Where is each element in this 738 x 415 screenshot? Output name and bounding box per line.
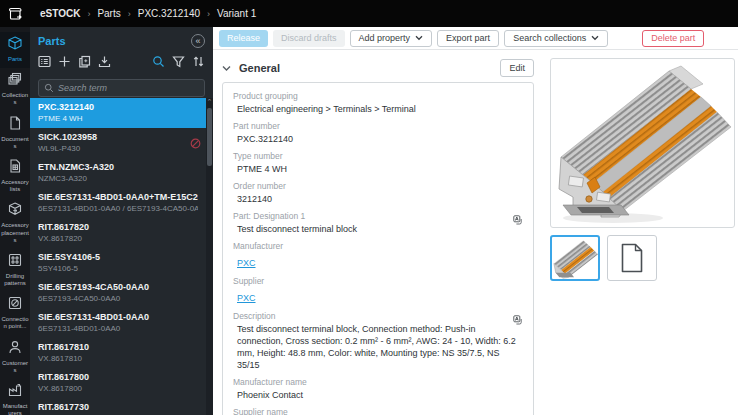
thumbnail-document[interactable] bbox=[607, 235, 657, 281]
supplier-link[interactable]: PXC bbox=[233, 292, 256, 304]
field-part-number: Part number PXC.3212140 bbox=[233, 121, 523, 145]
sidebar-item-accessory-placements[interactable]: Accessory placements bbox=[0, 198, 30, 249]
accessory-placement-icon bbox=[8, 202, 22, 220]
add-part-icon[interactable] bbox=[58, 54, 71, 72]
part-primary: RIT.8617800 bbox=[38, 371, 198, 383]
list-item[interactable]: SIE.6ES7131-4BD01-0AA0+TM-E15C26-A1 6ES7… bbox=[30, 188, 206, 218]
collapse-general-icon[interactable] bbox=[222, 65, 231, 72]
scrollbar-thumb[interactable] bbox=[207, 108, 212, 166]
part-primary: SIE.5SY4106-5 bbox=[38, 251, 198, 263]
sidebar-item-parts[interactable]: Parts bbox=[0, 32, 30, 68]
media-column bbox=[550, 58, 736, 281]
document-icon bbox=[8, 116, 22, 134]
breadcrumb-separator: › bbox=[207, 9, 210, 19]
field-type-number: Type number PTME 4 WH bbox=[233, 151, 523, 175]
add-property-button[interactable]: Add property bbox=[350, 30, 433, 47]
release-button[interactable]: Release bbox=[219, 30, 268, 47]
delete-part-button[interactable]: Delete part bbox=[642, 30, 704, 47]
sidebar-item-label: Drilling patterns bbox=[1, 273, 29, 287]
search-input-icon bbox=[44, 83, 54, 93]
list-item[interactable]: SIE.6ES7131-4BD01-0AA0 6ES7131-4BD01-0AA… bbox=[30, 308, 206, 338]
scroll-up-icon[interactable]: ⌃ bbox=[206, 98, 213, 106]
field-value: PTME 4 WH bbox=[233, 163, 523, 175]
field-label: Type number bbox=[233, 151, 523, 162]
list-item[interactable]: PXC.3212140 PTME 4 WH bbox=[30, 98, 206, 128]
discard-drafts-button[interactable]: Discard drafts bbox=[273, 30, 345, 47]
part-primary: RIT.8617810 bbox=[38, 341, 198, 353]
nav-rail: Parts Collections Documents Accessory li… bbox=[0, 27, 30, 415]
translate-icon[interactable] bbox=[513, 311, 523, 329]
field-designation: Part: Designation 1 Test disconnect term… bbox=[233, 211, 523, 235]
part-secondary: VX.8617810 bbox=[38, 353, 198, 364]
list-item[interactable]: SIE.5SY4106-5 5SY4106-5 bbox=[30, 248, 206, 278]
general-section-title[interactable]: General bbox=[239, 62, 500, 74]
part-secondary: PTME 4 WH bbox=[38, 113, 198, 124]
general-card: Product grouping Electrical engineering … bbox=[222, 82, 534, 415]
part-primary: PXC.3212140 bbox=[38, 101, 198, 113]
field-value: PXC.3212140 bbox=[233, 133, 523, 145]
field-label: Order number bbox=[233, 181, 523, 192]
sidebar-item-documents[interactable]: Documents bbox=[0, 112, 30, 155]
import-download-icon[interactable] bbox=[98, 54, 111, 72]
parts-panel-title: Parts bbox=[38, 35, 66, 47]
search-icon[interactable] bbox=[152, 54, 165, 72]
list-scrollbar[interactable]: ⌃ bbox=[206, 98, 213, 415]
export-part-button[interactable]: Export part bbox=[437, 30, 499, 47]
sidebar-item-connection-points[interactable]: Connection point... bbox=[0, 292, 30, 335]
drilling-patterns-icon bbox=[8, 253, 22, 271]
field-label: Manufacturer bbox=[233, 241, 523, 252]
collections-icon bbox=[8, 72, 22, 90]
part-secondary: 6ES7131-4BD01-0AA0 bbox=[38, 323, 198, 334]
translate-icon[interactable] bbox=[513, 211, 523, 229]
sidebar-item-accessory-lists[interactable]: Accessory lists bbox=[0, 155, 30, 198]
search-collections-label: Search collections bbox=[513, 33, 586, 43]
thumbnail-product-selected[interactable] bbox=[550, 235, 600, 281]
list-item[interactable]: RIT.8617810 VX.8617810 bbox=[30, 338, 206, 368]
sidebar-item-label: Accessory placements bbox=[1, 222, 29, 244]
product-image[interactable] bbox=[550, 58, 735, 228]
list-settings-icon[interactable] bbox=[38, 54, 51, 72]
search-collections-button[interactable]: Search collections bbox=[504, 30, 608, 47]
sidebar-item-label: Documents bbox=[1, 136, 29, 150]
field-label: Part: Designation 1 bbox=[233, 211, 523, 222]
list-item[interactable]: ETN.NZMC3-A320 NZMC3-A320 bbox=[30, 158, 206, 188]
copy-part-icon[interactable] bbox=[78, 54, 91, 72]
field-value: Test disconnect terminal block, Connecti… bbox=[233, 323, 523, 371]
part-secondary: WL9L-P430 bbox=[38, 143, 198, 154]
sidebar-item-manufacturers[interactable]: Manufacturers bbox=[0, 379, 30, 415]
sort-icon[interactable] bbox=[192, 54, 205, 72]
list-item[interactable]: SIE.6ES7193-4CA50-0AA0 6ES7193-4CA50-0AA… bbox=[30, 278, 206, 308]
field-manufacturer-name: Manufacturer name Phoenix Contact bbox=[233, 377, 523, 401]
field-description: Description Test disconnect terminal blo… bbox=[233, 311, 523, 371]
filter-icon[interactable] bbox=[172, 54, 185, 72]
list-item[interactable]: SICK.1023958 WL9L-P430 bbox=[30, 128, 206, 158]
manufacturer-link[interactable]: PXC bbox=[233, 257, 256, 269]
search-term-box bbox=[38, 79, 205, 97]
edit-button[interactable]: Edit bbox=[500, 59, 534, 77]
list-item[interactable]: RIT.8617730 VX.8617730 bbox=[30, 398, 206, 415]
field-supplier: Supplier PXC bbox=[233, 276, 523, 305]
field-value: Electrical engineering > Terminals > Ter… bbox=[233, 103, 523, 115]
list-item[interactable]: RIT.8617820 VX.8617820 bbox=[30, 218, 206, 248]
field-label: Description bbox=[233, 311, 523, 322]
search-input[interactable] bbox=[58, 83, 199, 93]
general-section: General Edit Product grouping Electrical… bbox=[222, 59, 534, 415]
field-label: Product grouping bbox=[233, 91, 523, 102]
collapse-panel-icon[interactable]: « bbox=[191, 34, 205, 48]
breadcrumb-estock[interactable]: eSTOCK bbox=[40, 8, 80, 19]
sidebar-item-customers[interactable]: Customers bbox=[0, 336, 30, 379]
part-secondary: 6ES7131-4BD01-0AA0 / 6ES7193-4CA50-0AA0 bbox=[38, 203, 198, 214]
estock-logo-icon bbox=[0, 7, 30, 21]
sidebar-item-drilling-patterns[interactable]: Drilling patterns bbox=[0, 249, 30, 292]
field-supplier-name: Supplier name Phoenix Contact bbox=[233, 407, 523, 415]
list-item[interactable]: RIT.8617800 VX.8617800 bbox=[30, 368, 206, 398]
toolbar: Release Discard drafts Add property Expo… bbox=[213, 27, 738, 50]
sidebar-item-collections[interactable]: Collections bbox=[0, 68, 30, 111]
breadcrumb-parts[interactable]: Parts bbox=[97, 8, 120, 19]
breadcrumb-variant[interactable]: Variant 1 bbox=[217, 8, 256, 19]
part-secondary: 5SY4106-5 bbox=[38, 263, 198, 274]
breadcrumb-part-number[interactable]: PXC.3212140 bbox=[138, 8, 200, 19]
part-secondary: NZMC3-A320 bbox=[38, 173, 198, 184]
field-label: Supplier name bbox=[233, 407, 523, 415]
part-primary: RIT.8617820 bbox=[38, 221, 198, 233]
